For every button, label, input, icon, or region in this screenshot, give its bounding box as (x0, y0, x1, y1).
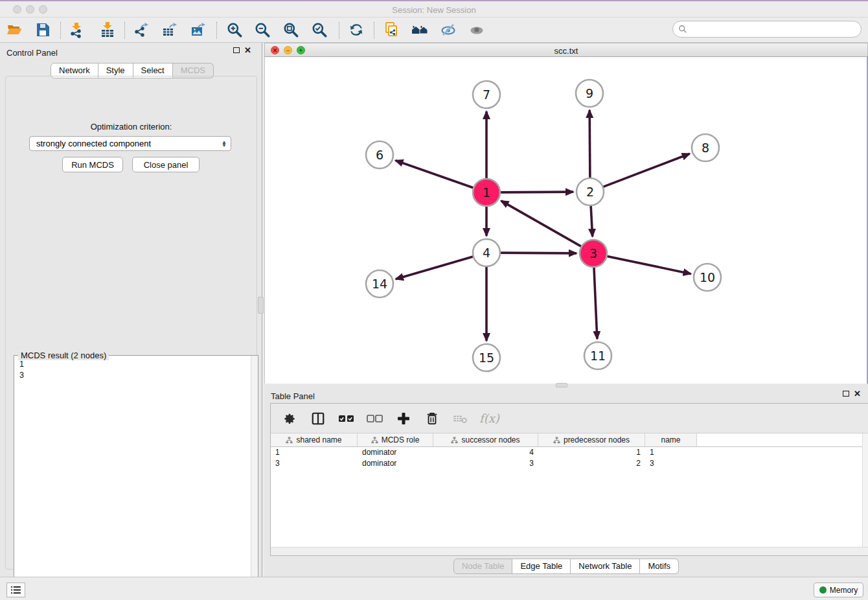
delete-column-icon[interactable] (451, 409, 470, 428)
search-icon (678, 25, 687, 34)
edge-2-3[interactable] (591, 203, 593, 237)
export-image-icon[interactable] (189, 21, 207, 39)
cell-successor-nodes[interactable]: 4 (433, 447, 538, 458)
edge-3-11[interactable] (594, 265, 597, 339)
column-header-name[interactable]: name (645, 433, 697, 446)
home-icon[interactable] (411, 21, 429, 39)
cell-successor-nodes[interactable]: 3 (433, 458, 538, 469)
cell-predecessor-nodes[interactable]: 2 (538, 458, 645, 469)
optimization-criterion-select[interactable]: strongly connected component ▲▼ (29, 136, 231, 151)
edge-3-1[interactable] (501, 201, 584, 248)
tab-node-table[interactable]: Node Table (453, 559, 513, 574)
node-label-9: 9 (586, 86, 593, 100)
edge-4-3[interactable] (498, 253, 577, 253)
column-header-MCDS-role[interactable]: MCDS role (358, 433, 433, 446)
deselect-all-icon[interactable] (365, 409, 385, 428)
show-all-eye-icon[interactable] (468, 21, 486, 39)
memory-button[interactable]: Memory (814, 583, 863, 597)
node-6[interactable]: 6 (366, 141, 393, 168)
node-11[interactable]: 11 (584, 342, 611, 369)
node-14[interactable]: 14 (366, 270, 393, 297)
node-2[interactable]: 2 (577, 178, 604, 205)
cell-shared-name[interactable]: 3 (271, 458, 358, 469)
cell-name[interactable]: 3 (645, 458, 697, 469)
mcds-result-list[interactable]: 1 3 (14, 358, 250, 600)
table-panel-float-icon[interactable] (843, 391, 849, 397)
control-panel-close-icon[interactable]: ✕ (244, 47, 251, 54)
export-network-icon[interactable] (132, 21, 150, 39)
app-titlebar: Session: New Session (0, 0, 868, 17)
edge-2-9[interactable] (589, 110, 590, 180)
node-7[interactable]: 7 (473, 81, 500, 108)
toolbar-separator (60, 22, 61, 39)
zoom-fit-icon[interactable] (282, 21, 300, 39)
tab-edge-table[interactable]: Edge Table (512, 559, 571, 574)
edge-1-2[interactable] (498, 192, 573, 192)
column-settings-gear-icon[interactable] (280, 409, 299, 428)
node-label-15: 15 (479, 351, 494, 365)
run-mcds-button[interactable]: Run MCDS (62, 157, 123, 172)
tab-network-table[interactable]: Network Table (571, 559, 640, 574)
refresh-layout-icon[interactable] (347, 21, 365, 39)
import-network-icon[interactable] (67, 21, 86, 39)
toolbar-separator (216, 22, 217, 39)
node-3[interactable]: 3 (580, 240, 607, 267)
result-scrollbar[interactable] (251, 356, 258, 600)
split-table-icon[interactable] (308, 409, 328, 428)
table-row[interactable]: 1dominator411 (271, 447, 868, 458)
node-15[interactable]: 15 (473, 344, 500, 371)
node-8[interactable]: 8 (692, 134, 719, 161)
network-canvas[interactable]: 7968124314101511 (264, 57, 868, 384)
optimization-criterion-label: Optimization criterion: (6, 122, 257, 132)
node-label-7: 7 (483, 87, 490, 102)
hide-selected-eye-icon[interactable] (439, 21, 457, 39)
function-builder-fx-icon[interactable]: f(x) (479, 411, 499, 425)
open-session-icon[interactable] (5, 21, 23, 39)
network-graph[interactable]: 7968124314101511 (265, 57, 867, 382)
zoom-in-icon[interactable] (225, 21, 244, 39)
node-10[interactable]: 10 (694, 264, 721, 291)
delete-row-trash-icon[interactable] (422, 409, 442, 428)
table-panel-close-icon[interactable]: ✕ (854, 391, 861, 397)
edge-1-6[interactable] (396, 161, 475, 189)
task-history-button[interactable] (6, 583, 25, 597)
node-label-8: 8 (702, 141, 709, 155)
edge-4-14[interactable] (396, 256, 475, 279)
node-9[interactable]: 9 (576, 80, 603, 107)
edge-3-10[interactable] (605, 256, 691, 274)
column-header-predecessor-nodes[interactable]: predecessor nodes (538, 433, 645, 446)
cell-name[interactable]: 1 (645, 447, 697, 458)
save-session-icon[interactable] (34, 21, 52, 39)
column-header-successor-nodes[interactable]: successor nodes (433, 433, 538, 446)
search-field[interactable] (672, 21, 862, 38)
node-label-11: 11 (590, 349, 606, 363)
select-all-icon[interactable] (337, 409, 356, 428)
edge-2-8[interactable] (601, 154, 690, 187)
search-input[interactable] (690, 25, 861, 34)
add-row-plus-icon[interactable] (394, 409, 413, 428)
export-table-icon[interactable] (161, 21, 179, 39)
cell-MCDS-role[interactable]: dominator (358, 458, 433, 469)
mcds-result-group: MCDS result (2 nodes) 1 3 (14, 355, 258, 600)
vertical-splitter-grip[interactable] (258, 297, 264, 314)
node-1[interactable]: 1 (473, 179, 500, 206)
cell-predecessor-nodes[interactable]: 1 (538, 447, 645, 458)
tab-motifs[interactable]: Motifs (640, 559, 679, 574)
zoom-selected-icon[interactable] (310, 21, 328, 39)
toolbar-separator (339, 22, 339, 39)
horizontal-splitter-grip[interactable] (556, 383, 567, 387)
toolbar-separator (374, 22, 374, 39)
control-panel-float-icon[interactable] (233, 47, 240, 53)
table-horizontal-scrollbar[interactable] (271, 547, 868, 555)
table-row[interactable]: 3dominator323 (271, 458, 868, 469)
annotation-icon[interactable] (382, 21, 400, 39)
node-4[interactable]: 4 (473, 239, 500, 266)
table-header-row: shared nameMCDS rolesuccessor nodesprede… (271, 433, 868, 447)
cell-MCDS-role[interactable]: dominator (358, 447, 433, 458)
close-panel-button[interactable]: Close panel (132, 157, 200, 172)
import-table-icon[interactable] (98, 21, 117, 39)
cell-shared-name[interactable]: 1 (271, 447, 358, 458)
zoom-out-icon[interactable] (253, 21, 271, 39)
table-vertical-scrollbar[interactable] (862, 433, 868, 547)
column-header-shared-name[interactable]: shared name (271, 433, 358, 446)
